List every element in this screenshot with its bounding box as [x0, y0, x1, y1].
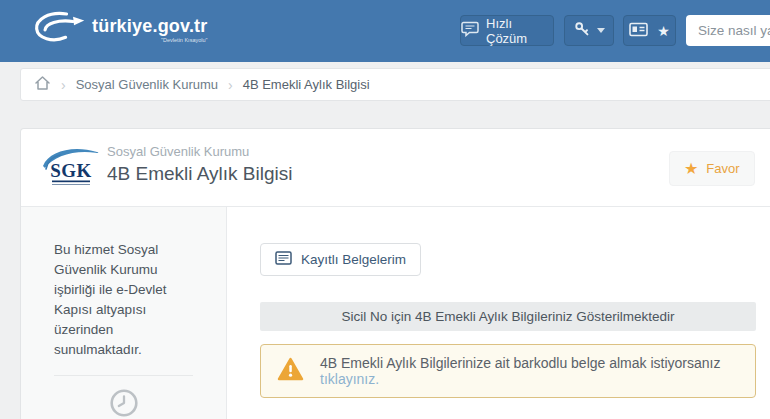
service-sidebar: Bu hizmet Sosyal Güvenlik Kurumu işbirli…	[21, 207, 227, 419]
warning-link[interactable]: tıklayınız.	[320, 371, 379, 387]
edevlet-swoosh-icon	[32, 9, 88, 51]
turkiye-gov-logo[interactable]: türkiye.gov.tr "Devletin Kısayolu"	[32, 9, 208, 51]
account-icons-group: ★	[623, 15, 676, 46]
topbar: türkiye.gov.tr "Devletin Kısayolu" Hızlı…	[0, 0, 770, 62]
favorites-star-icon[interactable]: ★	[657, 24, 670, 38]
saved-documents-button[interactable]: Kayıtlı Belgelerim	[260, 243, 421, 276]
logo-text-block: türkiye.gov.tr "Devletin Kısayolu"	[92, 17, 208, 43]
quick-solution-button[interactable]: Hızlı Çözüm	[460, 15, 554, 46]
page-title: 4B Emekli Aylık Bilgisi	[107, 163, 293, 185]
star-icon: ★	[684, 161, 698, 177]
warning-banner: 4B Emekli Aylık Bilgilerinize ait barkod…	[260, 344, 756, 398]
status-bar: Sicil No için 4B Emekli Aylık Bilgilerin…	[260, 302, 756, 331]
clock-icon	[54, 388, 193, 419]
sgk-logo-text: SGK	[50, 160, 92, 181]
breadcrumb-item-institution[interactable]: Sosyal Güvenlik Kurumu	[76, 77, 218, 92]
institution-name: Sosyal Güvenlik Kurumu	[107, 144, 293, 159]
breadcrumb: › Sosyal Güvenlik Kurumu › 4B Emekli Ayl…	[20, 68, 770, 101]
service-title-block: Sosyal Güvenlik Kurumu 4B Emekli Aylık B…	[107, 144, 293, 185]
sgk-logo: SGK	[39, 143, 101, 195]
service-body: Bu hizmet Sosyal Güvenlik Kurumu işbirli…	[21, 207, 770, 419]
logo-tagline: "Devletin Kısayolu"	[161, 37, 207, 43]
service-header: SGK Sosyal Güvenlik Kurumu 4B Emekli Ayl…	[21, 129, 770, 207]
service-card: SGK Sosyal Güvenlik Kurumu 4B Emekli Ayl…	[20, 128, 770, 419]
warning-triangle-icon	[277, 357, 304, 385]
add-favorite-button[interactable]: ★ Favor	[669, 151, 755, 186]
breadcrumb-separator-icon: ›	[61, 77, 66, 93]
favorite-label: Favor	[706, 161, 739, 176]
breadcrumb-item-current: 4B Emekli Aylık Bilgisi	[243, 77, 370, 92]
service-info-text: Bu hizmet Sosyal Güvenlik Kurumu işbirli…	[54, 240, 193, 360]
logo-title: türkiye.gov.tr	[92, 17, 208, 35]
home-icon[interactable]	[34, 75, 51, 95]
service-content: Kayıtlı Belgelerim Sicil No için 4B Emek…	[227, 207, 770, 419]
sidebar-divider	[54, 375, 193, 376]
breadcrumb-separator-icon: ›	[228, 77, 233, 93]
saved-documents-label: Kayıtlı Belgelerim	[301, 252, 406, 267]
chevron-down-icon	[597, 28, 605, 33]
document-list-icon	[275, 251, 292, 268]
key-icon	[574, 21, 590, 40]
search-input[interactable]	[686, 15, 770, 46]
warning-text-block: 4B Emekli Aylık Bilgilerinize ait barkod…	[320, 355, 739, 387]
page: türkiye.gov.tr "Devletin Kısayolu" Hızlı…	[0, 0, 770, 419]
quick-solution-label: Hızlı Çözüm	[486, 16, 553, 46]
id-card-icon[interactable]	[629, 22, 648, 40]
login-dropdown-button[interactable]	[564, 15, 614, 46]
chat-bubble-icon	[461, 21, 479, 40]
warning-text: 4B Emekli Aylık Bilgilerinize ait barkod…	[320, 355, 720, 371]
